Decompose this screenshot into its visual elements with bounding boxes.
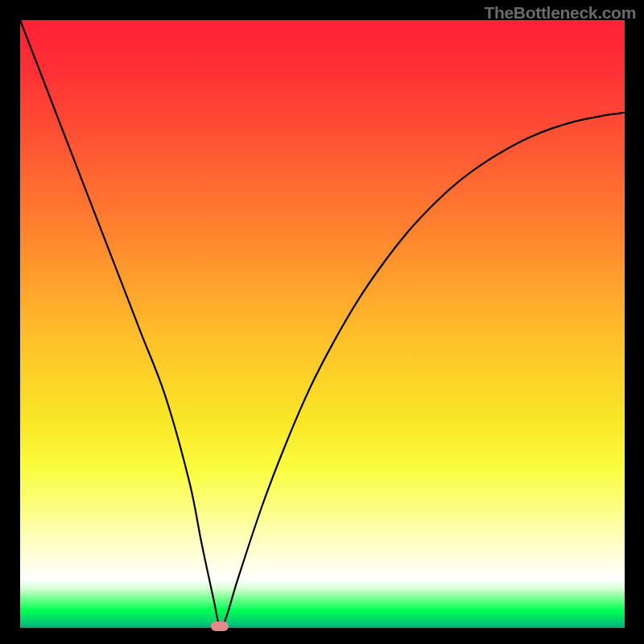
plot-area: [20, 20, 625, 628]
chart-frame: TheBottleneck.com: [0, 0, 644, 644]
watermark-text: TheBottleneck.com: [484, 3, 636, 23]
bottleneck-curve: [20, 20, 625, 628]
optimum-marker: [211, 621, 229, 631]
